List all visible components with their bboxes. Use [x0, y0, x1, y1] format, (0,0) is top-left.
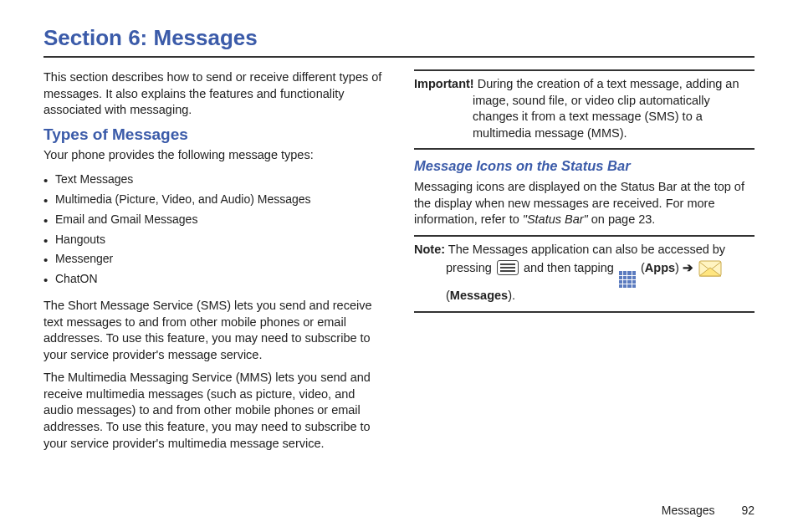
- arrow-icon: ➔: [683, 261, 693, 274]
- important-box: Important! During the creation of a text…: [414, 69, 755, 150]
- sms-paragraph: The Short Message Service (SMS) lets you…: [43, 298, 384, 363]
- types-of-messages-heading: Types of Messages: [43, 125, 384, 144]
- status-bar-paragraph: Messaging icons are displayed on the Sta…: [414, 179, 755, 228]
- list-item: Hangouts: [43, 230, 384, 250]
- status-bar-text-b: on page 23.: [588, 212, 656, 226]
- list-item: ChatON: [43, 269, 384, 289]
- important-text-first: During the creation of a text message, a…: [478, 77, 739, 90]
- page-footer: Messages 92: [662, 504, 755, 517]
- menu-button-icon: [497, 260, 519, 275]
- important-label: Important!: [414, 77, 474, 90]
- message-types-list: Text Messages Multimedia (Picture, Video…: [43, 170, 384, 289]
- list-item: Messenger: [43, 249, 384, 269]
- title-divider: [43, 56, 755, 58]
- messages-label: Messages: [450, 289, 508, 302]
- list-item: Email and Gmail Messages: [43, 210, 384, 230]
- important-text-rest: image, sound file, or video clip automat…: [414, 93, 755, 142]
- types-intro: Your phone provides the following messag…: [43, 147, 384, 164]
- list-item: Text Messages: [43, 170, 384, 190]
- intro-paragraph: This section describes how to send or re…: [43, 69, 384, 119]
- status-bar-heading: Message Icons on the Status Bar: [414, 158, 755, 174]
- column-left: This section describes how to send or re…: [43, 69, 384, 458]
- column-right: Important! During the creation of a text…: [414, 69, 755, 458]
- footer-section-label: Messages: [662, 504, 715, 517]
- apps-label: Apps: [645, 261, 675, 274]
- note-label: Note:: [414, 243, 445, 256]
- content-columns: This section describes how to send or re…: [43, 69, 755, 458]
- envelope-icon: [698, 258, 722, 282]
- note-line2: pressing and then tapping (Apps) ➔: [414, 258, 755, 289]
- note-pressing: pressing: [446, 261, 492, 274]
- section-title: Section 6: Messages: [43, 25, 755, 51]
- note-line3: (Messages).: [414, 288, 755, 304]
- note-line1: The Messages application can also be acc…: [448, 243, 725, 256]
- apps-grid-icon: [619, 271, 636, 288]
- footer-page-number: 92: [741, 504, 755, 517]
- note-box: Note: The Messages application can also …: [414, 235, 755, 313]
- status-bar-cross-ref: "Status Bar": [523, 212, 588, 226]
- mms-paragraph: The Multimedia Messaging Service (MMS) l…: [43, 370, 384, 452]
- note-and-then: and then tapping: [524, 261, 617, 274]
- list-item: Multimedia (Picture, Video, and Audio) M…: [43, 190, 384, 210]
